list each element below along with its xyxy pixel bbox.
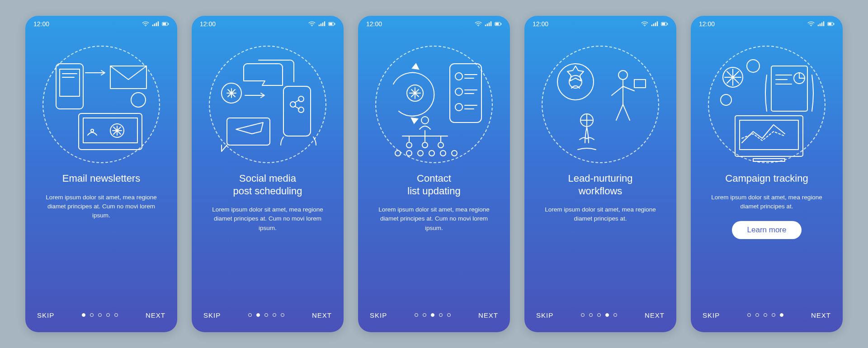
dashed-circle-icon: [708, 46, 826, 163]
pagination-dot[interactable]: [755, 313, 759, 317]
skip-button[interactable]: SKIP: [37, 311, 54, 319]
screen-content: Lead-nurturing workflows Lorem ipsum dol…: [524, 172, 676, 301]
svg-rect-75: [667, 23, 668, 25]
email-newsletters-icon: [25, 37, 177, 172]
svg-rect-89: [823, 21, 824, 26]
skip-button[interactable]: SKIP: [703, 311, 720, 319]
dashed-circle-icon: [209, 46, 326, 163]
svg-point-68: [644, 26, 645, 26]
skip-button[interactable]: SKIP: [203, 311, 221, 319]
screen-body: Lorem ipsum dolor sit amet, mea regione …: [38, 193, 165, 221]
svg-rect-71: [655, 23, 656, 26]
pagination-dot[interactable]: [423, 313, 426, 317]
status-icons: [475, 21, 502, 27]
dashed-circle-icon: [375, 46, 493, 163]
pagination-dot[interactable]: [597, 313, 601, 317]
next-button[interactable]: NEXT: [312, 311, 332, 319]
pagination-dot[interactable]: [90, 313, 94, 317]
learn-more-button[interactable]: Learn more: [732, 221, 802, 239]
svg-rect-36: [487, 24, 488, 26]
pagination-dot[interactable]: [82, 313, 85, 317]
svg-rect-92: [834, 23, 835, 25]
pagination-dot[interactable]: [248, 313, 252, 317]
svg-rect-40: [495, 23, 499, 25]
svg-point-0: [145, 26, 146, 26]
pagination-dot[interactable]: [772, 313, 775, 317]
status-time: 12:00: [33, 20, 49, 28]
status-bar: 12:00: [25, 16, 177, 32]
pagination-dot[interactable]: [415, 313, 418, 317]
screen-body: Lorem ipsum dolor sit amet, mea regione …: [537, 205, 664, 224]
dashed-circle-icon: [542, 46, 659, 163]
next-button[interactable]: NEXT: [645, 311, 665, 319]
pagination-dot[interactable]: [605, 313, 609, 317]
contact-list-updating-icon: [358, 37, 510, 172]
pagination-dots: [82, 313, 118, 317]
status-bar: 12:00: [192, 16, 344, 32]
status-icons: [807, 21, 835, 27]
battery-icon: [495, 21, 502, 27]
wifi-icon: [142, 21, 149, 27]
pagination-dot[interactable]: [747, 313, 751, 317]
pagination-dot[interactable]: [780, 313, 783, 317]
social-media-scheduling-icon: [192, 37, 344, 172]
svg-rect-91: [828, 23, 831, 25]
pagination-dot[interactable]: [106, 313, 110, 317]
screen-content: Contact list updating Lorem ipsum dolor …: [358, 172, 510, 301]
svg-rect-74: [662, 23, 665, 25]
pagination-dot[interactable]: [764, 313, 767, 317]
svg-point-18: [311, 26, 312, 26]
pagination-dot[interactable]: [447, 313, 451, 317]
svg-rect-38: [491, 21, 491, 26]
screen-title: Email newsletters: [62, 172, 140, 185]
svg-rect-25: [335, 23, 335, 25]
onboarding-footer: SKIP NEXT: [691, 301, 843, 332]
signal-icon: [318, 21, 326, 27]
wifi-icon: [308, 21, 316, 27]
svg-point-85: [811, 26, 811, 26]
pagination-dots: [581, 313, 617, 317]
pagination-dots: [415, 313, 451, 317]
wifi-icon: [475, 21, 482, 27]
status-time: 12:00: [366, 20, 382, 28]
pagination-dot[interactable]: [439, 313, 443, 317]
svg-point-34: [478, 26, 478, 26]
pagination-dot[interactable]: [281, 313, 284, 317]
pagination-dot[interactable]: [114, 313, 118, 317]
pagination-dot[interactable]: [256, 313, 260, 317]
pagination-dots: [747, 313, 783, 317]
battery-icon: [661, 21, 668, 27]
pagination-dot[interactable]: [273, 313, 276, 317]
pagination-dot[interactable]: [589, 313, 593, 317]
svg-rect-37: [489, 23, 490, 26]
svg-rect-86: [818, 25, 819, 26]
screen-content: Campaign tracking Lorem ipsum dolor sit …: [691, 172, 843, 301]
status-bar: 12:00: [691, 16, 843, 32]
pagination-dot[interactable]: [431, 313, 434, 317]
pagination-dot[interactable]: [613, 313, 617, 317]
status-bar: 12:00: [524, 16, 676, 32]
skip-button[interactable]: SKIP: [370, 311, 387, 319]
svg-rect-2: [154, 24, 155, 26]
onboarding-screen-5: 12:00 Campaign tracking Lorem ipsum dolo…: [691, 16, 843, 332]
status-time: 12:00: [699, 20, 715, 28]
next-button[interactable]: NEXT: [811, 311, 831, 319]
wifi-icon: [641, 21, 648, 27]
screen-title: Lead-nurturing workflows: [568, 172, 632, 197]
onboarding-screen-4: 12:00 Lead-nurturing workflows Lorem: [524, 16, 676, 332]
next-button[interactable]: NEXT: [478, 311, 498, 319]
status-time: 12:00: [200, 20, 216, 28]
status-bar: 12:00: [358, 16, 510, 32]
svg-rect-24: [329, 23, 332, 25]
pagination-dot[interactable]: [264, 313, 268, 317]
pagination-dot[interactable]: [98, 313, 102, 317]
pagination-dot[interactable]: [581, 313, 585, 317]
svg-rect-69: [651, 25, 652, 26]
status-time: 12:00: [533, 20, 548, 28]
screen-title: Contact list updating: [407, 172, 460, 197]
status-icons: [641, 21, 668, 27]
next-button[interactable]: NEXT: [146, 311, 165, 319]
skip-button[interactable]: SKIP: [536, 311, 553, 319]
svg-rect-70: [653, 24, 654, 26]
screen-body: Lorem ipsum dolor sit amet, mea regione …: [204, 205, 331, 233]
